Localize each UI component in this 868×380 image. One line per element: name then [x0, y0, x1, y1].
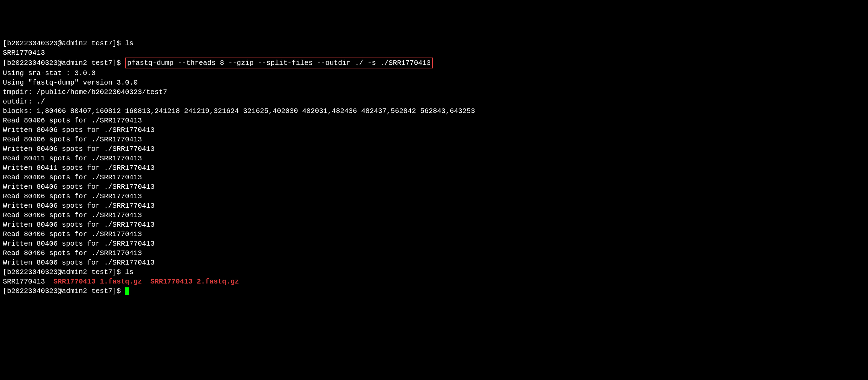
output-line: Read 80411 spots for ./SRR1770413	[3, 154, 865, 163]
output-line: Read 80406 spots for ./SRR1770413	[3, 116, 865, 125]
output-line: Written 80406 spots for ./SRR1770413	[3, 239, 865, 248]
command-text: ls	[125, 268, 133, 276]
output-line: Read 80406 spots for ./SRR1770413	[3, 173, 865, 182]
output-line: Written 80406 spots for ./SRR1770413	[3, 220, 865, 229]
shell-prompt: [b20223040323@admin2 test7]$	[3, 268, 125, 276]
output-line: SRR1770413	[3, 48, 865, 58]
terminal-output[interactable]: [b20223040323@admin2 test7]$ lsSRR177041…	[3, 39, 865, 296]
output-line: blocks: 1,80406 80407,160812 160813,2412…	[3, 106, 865, 116]
output-line: Written 80406 spots for ./SRR1770413	[3, 125, 865, 135]
output-line: Using "fastq-dump" version 3.0.0	[3, 78, 865, 87]
ls-entry-gzip: SRR1770413_1.fastq.gz	[53, 278, 142, 286]
ls-entry-gzip: SRR1770413_2.fastq.gz	[150, 278, 239, 286]
cursor[interactable]	[125, 287, 129, 295]
output-line: Read 80406 spots for ./SRR1770413	[3, 192, 865, 201]
shell-prompt: [b20223040323@admin2 test7]$	[3, 287, 125, 295]
highlighted-command: pfastq-dump --threads 8 --gzip --split-f…	[125, 58, 433, 68]
output-line: Written 80411 spots for ./SRR1770413	[3, 163, 865, 173]
output-line: Read 80406 spots for ./SRR1770413	[3, 248, 865, 258]
output-line: Written 80406 spots for ./SRR1770413	[3, 182, 865, 192]
output-line: Written 80406 spots for ./SRR1770413	[3, 144, 865, 154]
shell-prompt: [b20223040323@admin2 test7]$	[3, 59, 125, 67]
command-text: ls	[125, 39, 133, 47]
shell-prompt: [b20223040323@admin2 test7]$	[3, 39, 125, 47]
output-line: Read 80406 spots for ./SRR1770413	[3, 211, 865, 220]
output-line: Read 80406 spots for ./SRR1770413	[3, 135, 865, 144]
output-line: Written 80406 spots for ./SRR1770413	[3, 258, 865, 267]
output-line: Written 80406 spots for ./SRR1770413	[3, 201, 865, 211]
output-line: Using sra-stat : 3.0.0	[3, 68, 865, 78]
separator	[142, 278, 150, 286]
ls-entry: SRR1770413	[3, 278, 53, 286]
output-line: outdir: ./	[3, 97, 865, 106]
output-line: Read 80406 spots for ./SRR1770413	[3, 229, 865, 239]
output-line: tmpdir: /public/home/b20223040323/test7	[3, 87, 865, 97]
